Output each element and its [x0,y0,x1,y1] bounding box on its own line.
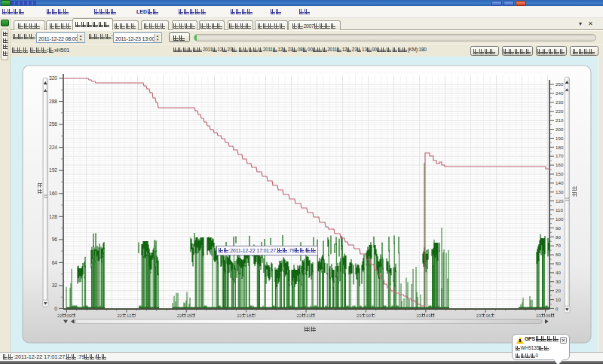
svg-text:140: 140 [556,180,564,185]
svg-text:32: 32 [52,283,58,288]
svg-text:09: 09 [546,314,550,318]
svg-text:50: 50 [556,261,561,266]
svg-text:210: 210 [556,118,564,123]
svg-text:288: 288 [49,99,57,104]
svg-text:21: 21 [306,314,311,318]
svg-text:80: 80 [556,234,561,240]
svg-text:240: 240 [556,90,564,96]
svg-text:250: 250 [556,81,564,87]
svg-text:22: 22 [237,314,241,318]
svg-text:192: 192 [49,167,57,173]
svg-text:96: 96 [52,237,58,242]
svg-text:00: 00 [366,314,371,318]
svg-text:15: 15 [186,314,191,318]
svg-text:128: 128 [49,214,57,219]
svg-text:22: 22 [297,314,302,318]
svg-text:130: 130 [556,189,564,194]
svg-text:10: 10 [556,297,561,302]
svg-text:230: 230 [556,99,564,105]
svg-text:70: 70 [556,243,561,248]
svg-text:110: 110 [556,207,563,213]
svg-text:09: 09 [67,314,72,318]
svg-text:120: 120 [556,198,564,203]
svg-text:100: 100 [556,216,564,222]
svg-text:90: 90 [556,225,561,231]
svg-text:60: 60 [556,252,561,257]
svg-text:18: 18 [246,314,251,318]
svg-text:40: 40 [556,270,561,275]
svg-text:180: 180 [556,145,564,150]
svg-text:224: 224 [49,145,57,150]
svg-text:220: 220 [556,109,564,114]
svg-text:64: 64 [52,260,58,265]
svg-text:06: 06 [485,314,490,318]
svg-text:23: 23 [476,314,481,318]
svg-text:30: 30 [556,279,561,284]
svg-text:22: 22 [117,314,121,318]
svg-text:22: 22 [177,314,182,318]
svg-text:150: 150 [556,171,564,176]
svg-text:20: 20 [556,288,561,293]
svg-text:23: 23 [357,314,361,318]
svg-text:160: 160 [556,162,564,167]
svg-text:170: 170 [556,153,564,158]
svg-text:03: 03 [426,314,430,318]
svg-text:0: 0 [54,306,57,311]
svg-text:0: 0 [556,306,559,311]
svg-text:190: 190 [556,136,564,141]
svg-text:256: 256 [49,121,57,127]
svg-text:23: 23 [416,314,421,318]
svg-text:160: 160 [49,191,57,196]
svg-text:200: 200 [556,127,564,132]
svg-text:22: 22 [57,314,62,318]
svg-text:12: 12 [127,314,131,318]
svg-text:23: 23 [536,314,540,318]
svg-text:320: 320 [49,75,57,81]
